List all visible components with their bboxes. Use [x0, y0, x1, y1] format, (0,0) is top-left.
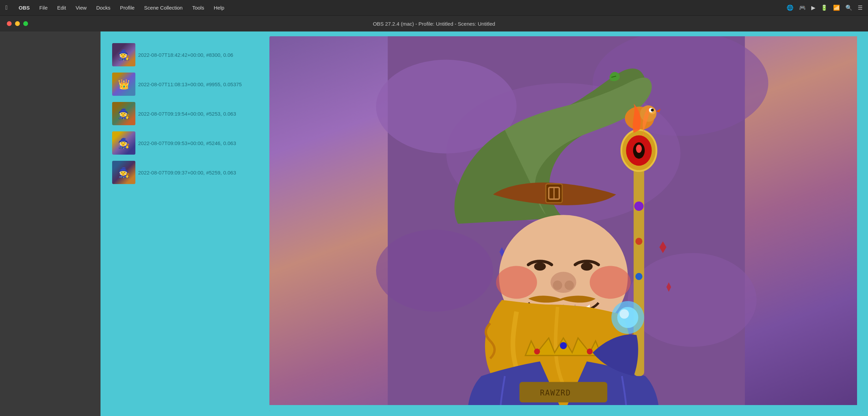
main-image-panel: RAWZRD [269, 36, 863, 411]
window-controls [7, 21, 28, 26]
menu-obs[interactable]: OBS [14, 3, 35, 12]
svg-text:RAWZRD: RAWZRD [540, 388, 571, 397]
nft-info-text: 2022-08-07T18:42:42+00:00, #8300, 0.06 [138, 52, 233, 58]
sidebar [0, 31, 101, 416]
cyan-border-right [857, 36, 863, 411]
svg-point-29 [587, 349, 592, 354]
wifi-icon: 📶 [833, 4, 840, 11]
svg-point-37 [636, 273, 643, 280]
battery-icon: 🔋 [821, 4, 828, 11]
menu-profile[interactable]: Profile [115, 3, 139, 12]
nft-info-text: 2022-08-07T09:09:37+00:00, #5259, 0.063 [138, 170, 236, 176]
character-illustration: RAWZRD [269, 36, 863, 411]
nft-info-text: 2022-08-07T11:08:13+00:00, #9955, 0.0537… [138, 81, 242, 87]
menu-edit[interactable]: Edit [52, 3, 71, 12]
main-content: 🧙2022-08-07T18:42:42+00:00, #8300, 0.06👑… [0, 31, 868, 416]
network-icon: 🌐 [787, 4, 793, 11]
menu-tools[interactable]: Tools [187, 3, 209, 12]
svg-point-18 [581, 262, 592, 271]
nft-list-panel: 🧙2022-08-07T18:42:42+00:00, #8300, 0.06👑… [105, 36, 263, 411]
nft-info-text: 2022-08-07T09:19:54+00:00, #5253, 0.063 [138, 111, 236, 117]
nft-thumbnail: 👑 [112, 73, 135, 96]
svg-point-40 [619, 309, 629, 318]
menu-view[interactable]: View [71, 3, 91, 12]
menu-help[interactable]: Help [209, 3, 229, 12]
svg-point-39 [617, 307, 638, 328]
nft-thumbnail: 🧙 [112, 161, 135, 184]
maximize-button[interactable] [23, 21, 28, 26]
nft-thumbnail: 🧙 [112, 131, 135, 155]
title-bar: OBS 27.2.4 (mac) - Profile: Untitled - S… [0, 16, 868, 31]
control-center-icon[interactable]: ☰ [858, 4, 863, 11]
main-nft-image: RAWZRD [269, 36, 863, 411]
svg-point-28 [560, 342, 567, 349]
svg-point-34 [636, 145, 642, 153]
cyan-border-bottom [269, 405, 857, 411]
svg-point-21 [564, 281, 574, 290]
menu-bar:  OBS File Edit View Docks Profile Scene… [0, 0, 868, 16]
preview-area: 🧙2022-08-07T18:42:42+00:00, #8300, 0.06👑… [101, 31, 868, 416]
nft-list-item[interactable]: 🧙2022-08-07T09:09:37+00:00, #5259, 0.063 [112, 161, 263, 184]
svg-point-27 [534, 349, 540, 354]
nft-list-item[interactable]: 🧙2022-08-07T09:09:53+00:00, #5246, 0.063 [112, 131, 263, 155]
svg-point-16 [590, 266, 631, 299]
svg-point-35 [634, 202, 643, 211]
play-icon: ▶ [811, 4, 815, 11]
svg-point-15 [496, 266, 537, 299]
svg-point-5 [628, 253, 757, 347]
close-button[interactable] [7, 21, 12, 26]
menu-file[interactable]: File [35, 3, 52, 12]
menu-docks[interactable]: Docks [91, 3, 115, 12]
svg-point-17 [534, 262, 546, 271]
gamepad-icon: 🎮 [799, 4, 806, 11]
svg-point-20 [553, 281, 562, 290]
nft-info-text: 2022-08-07T09:09:53+00:00, #5246, 0.063 [138, 140, 236, 146]
minimize-button[interactable] [15, 21, 20, 26]
apple-menu[interactable]:  [5, 4, 8, 11]
search-icon[interactable]: 🔍 [845, 4, 852, 11]
nft-list-item[interactable]: 🧙2022-08-07T09:19:54+00:00, #5253, 0.063 [112, 102, 263, 125]
window-title: OBS 27.2.4 (mac) - Profile: Untitled - S… [373, 21, 495, 27]
menubar-right-icons: 🌐 🎮 ▶ 🔋 📶 🔍 ☰ [787, 4, 863, 11]
nft-list-item[interactable]: 🧙2022-08-07T18:42:42+00:00, #8300, 0.06 [112, 43, 263, 66]
nft-thumbnail: 🧙 [112, 43, 135, 66]
svg-point-4 [376, 230, 493, 312]
svg-point-36 [636, 238, 643, 245]
svg-point-13 [651, 108, 654, 112]
nft-list-item[interactable]: 👑2022-08-07T11:08:13+00:00, #9955, 0.053… [112, 73, 263, 96]
menu-scene-collection[interactable]: Scene Collection [139, 3, 188, 12]
nft-thumbnail: 🧙 [112, 102, 135, 125]
